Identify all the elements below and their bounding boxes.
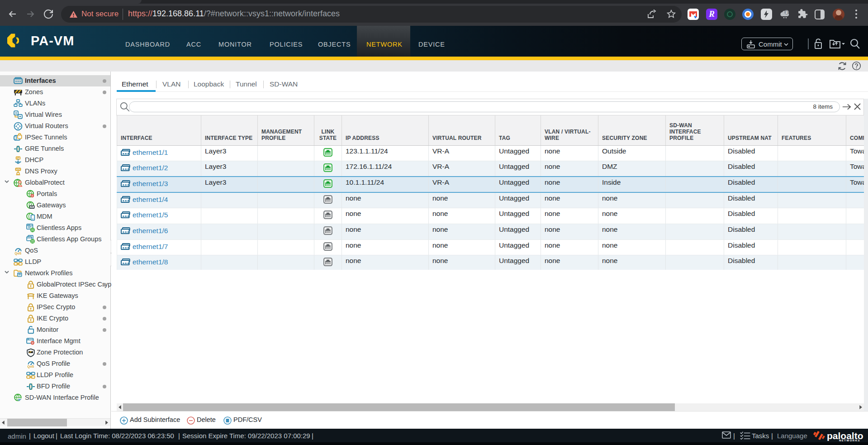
svg-text:QoS: QoS [28,364,34,368]
svg-text:IP: IP [17,156,19,159]
svg-text:2: 2 [786,10,788,14]
svg-text:QoS: QoS [15,251,22,255]
svg-text:DNS: DNS [15,168,21,171]
svg-text:A: A [227,420,229,422]
